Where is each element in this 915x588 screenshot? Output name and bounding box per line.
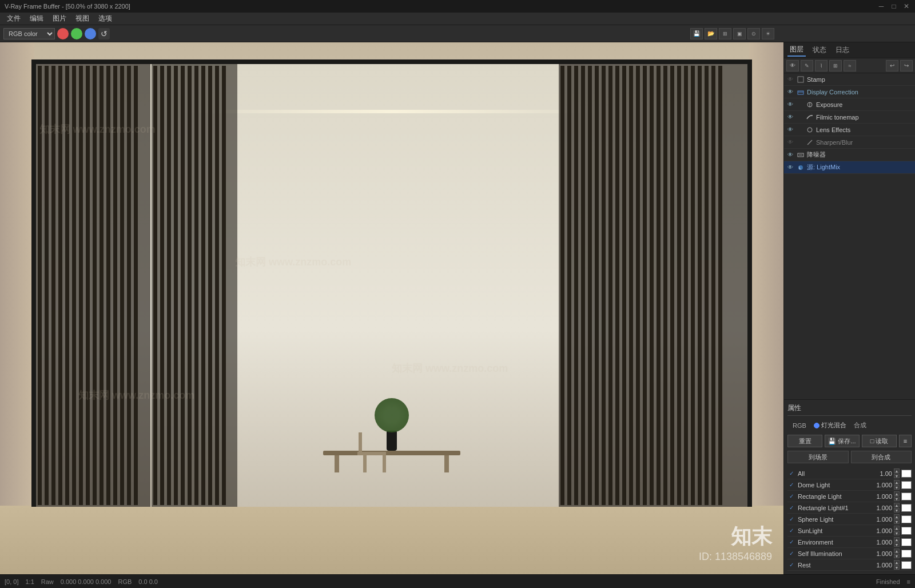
layer-eye-lightmix[interactable]: 👁 (786, 164, 794, 172)
light-up-selfillum[interactable]: ▲ (894, 549, 900, 553)
layer-item-lightmix[interactable]: 👁 L 源: LightMix (784, 161, 915, 174)
light-color-rest[interactable] (901, 561, 912, 569)
layer-item-stamp[interactable]: 👁 Stamp (784, 73, 915, 86)
region-button[interactable]: ⊞ (719, 28, 731, 39)
menu-view[interactable]: 视图 (71, 13, 94, 25)
light-color-sphere[interactable] (901, 515, 912, 523)
light-color-sun[interactable] (901, 527, 912, 535)
save-button[interactable]: 💾 保存... (825, 435, 860, 447)
light-check-rect[interactable]: ✓ (787, 493, 795, 499)
light-down-sphere[interactable]: ▼ (894, 519, 900, 524)
tab-status[interactable]: 状态 (810, 44, 829, 56)
light-value-rect1[interactable]: 1.000 (873, 504, 893, 511)
layer-eye-exposure[interactable]: 👁 (786, 101, 794, 109)
light-color-env[interactable] (901, 538, 912, 546)
layer-eye-dc[interactable]: 👁 (786, 88, 794, 96)
light-check-all[interactable]: ✓ (787, 470, 795, 476)
tab-composite[interactable]: 合成 (849, 419, 872, 431)
stamp-button[interactable]: ✎ (801, 60, 813, 71)
light-up-all[interactable]: ▲ (894, 468, 900, 473)
layer-eye-stamp[interactable]: 👁 (786, 76, 794, 84)
display-button[interactable]: ▣ (733, 28, 746, 39)
radio-lightmix[interactable]: 灯光混合 (814, 421, 846, 430)
light-value-rect[interactable]: 1.000 (873, 493, 893, 500)
light-down-dome[interactable]: ▼ (894, 485, 900, 490)
light-up-sun[interactable]: ▲ (894, 526, 900, 530)
light-value-sun[interactable]: 1.000 (873, 527, 893, 534)
layer-item-exposure[interactable]: 👁 Exposure (784, 98, 915, 111)
light-value-rest[interactable]: 1.000 (873, 562, 893, 569)
light-check-rest[interactable]: ✓ (787, 562, 795, 568)
to-composite-button[interactable]: 到合成 (851, 451, 912, 463)
light-value-dome[interactable]: 1.000 (873, 482, 893, 488)
light-check-dome[interactable]: ✓ (787, 482, 795, 488)
light-up-rect[interactable]: ▲ (894, 491, 900, 496)
to-scene-button[interactable]: 到场景 (787, 451, 849, 463)
camera-button[interactable]: ⊙ (747, 28, 760, 39)
menu-edit[interactable]: 编辑 (25, 13, 48, 25)
light-down-sun[interactable]: ▼ (894, 531, 900, 535)
light-check-env[interactable]: ✓ (787, 539, 795, 545)
light-down-rect1[interactable]: ▼ (894, 508, 900, 512)
light-up-rect1[interactable]: ▲ (894, 503, 900, 507)
light-down-rest[interactable]: ▼ (894, 565, 900, 570)
light-button[interactable]: ☀ (762, 28, 774, 39)
light-check-sphere[interactable]: ✓ (787, 516, 795, 522)
light-down-all[interactable]: ▼ (894, 474, 900, 478)
light-color-selfillum[interactable] (901, 550, 912, 558)
light-up-env[interactable]: ▲ (894, 537, 900, 542)
eye-toggle-button[interactable]: 👁 (786, 60, 799, 71)
close-button[interactable]: ✕ (902, 2, 910, 10)
red-channel-button[interactable] (57, 28, 69, 39)
refresh-button[interactable]: ↺ (98, 28, 110, 39)
layer-eye-filmic[interactable]: 👁 (786, 113, 794, 121)
light-value-env[interactable]: 1.000 (873, 539, 893, 546)
tab-layers[interactable]: 图层 (787, 43, 806, 57)
maximize-button[interactable]: □ (890, 2, 898, 10)
tab-rgb[interactable]: RGB (787, 420, 811, 431)
extra-button[interactable]: ≡ (899, 435, 912, 447)
light-color-dome[interactable] (901, 481, 912, 489)
layer-item-filmic[interactable]: 👁 Filmic tonemap (784, 111, 915, 124)
light-value-selfillum[interactable]: 1.000 (873, 550, 893, 557)
layer-item-display-correction[interactable]: 👁 Display Correction (784, 86, 915, 98)
render-viewport[interactable]: 知末网 www.znzmo.com 知末网 www.znzmo.com 知末网 … (0, 42, 783, 574)
light-up-sphere[interactable]: ▲ (894, 514, 900, 519)
layer-eye-sharpen[interactable]: 👁 (786, 138, 794, 146)
light-check-selfillum[interactable]: ✓ (787, 550, 795, 557)
menu-file[interactable]: 文件 (2, 13, 25, 25)
minimize-button[interactable]: ─ (877, 2, 885, 10)
light-up-rest[interactable]: ▲ (894, 560, 900, 565)
light-check-rect1[interactable]: ✓ (787, 504, 795, 511)
load-button[interactable]: □ 读取 (862, 435, 897, 447)
light-down-env[interactable]: ▼ (894, 542, 900, 547)
layer-eye-denoise[interactable]: 👁 (786, 151, 794, 159)
layer-item-denoise[interactable]: 👁 降噪器 (784, 149, 915, 161)
light-color-rect[interactable] (901, 492, 912, 500)
open-render-button[interactable]: 📂 (705, 28, 717, 39)
layer-item-lens[interactable]: 👁 Lens Effects (784, 124, 915, 136)
blue-channel-button[interactable] (85, 28, 96, 39)
redo-button[interactable]: ↪ (900, 60, 913, 71)
menu-options[interactable]: 选项 (94, 13, 117, 25)
save-render-button[interactable]: 💾 (690, 28, 703, 39)
status-extra[interactable]: ≡ (907, 578, 910, 585)
light-down-rect[interactable]: ▼ (894, 496, 900, 501)
light-check-sun[interactable]: ✓ (787, 527, 795, 534)
color-mode-select[interactable]: RGB color (3, 28, 55, 39)
light-up-dome[interactable]: ▲ (894, 480, 900, 484)
undo-button[interactable]: ↩ (886, 60, 898, 71)
reset-button[interactable]: 重置 (787, 435, 822, 447)
light-color-rect1[interactable] (901, 504, 912, 512)
layer-eye-lens[interactable]: 👁 (786, 126, 794, 134)
light-down-selfillum[interactable]: ▼ (894, 554, 900, 558)
light-value-all[interactable]: 1.00 (873, 470, 893, 477)
tab-log[interactable]: 日志 (833, 44, 852, 56)
light-color-all[interactable] (901, 470, 912, 478)
green-channel-button[interactable] (71, 28, 82, 39)
adjust-button[interactable]: ≈ (844, 60, 856, 71)
lut-button[interactable]: ⊞ (829, 60, 842, 71)
layer-item-sharpen[interactable]: 👁 Sharpen/Blur (784, 136, 915, 149)
menu-image[interactable]: 图片 (48, 13, 71, 25)
curves-button[interactable]: ⌇ (815, 60, 828, 71)
